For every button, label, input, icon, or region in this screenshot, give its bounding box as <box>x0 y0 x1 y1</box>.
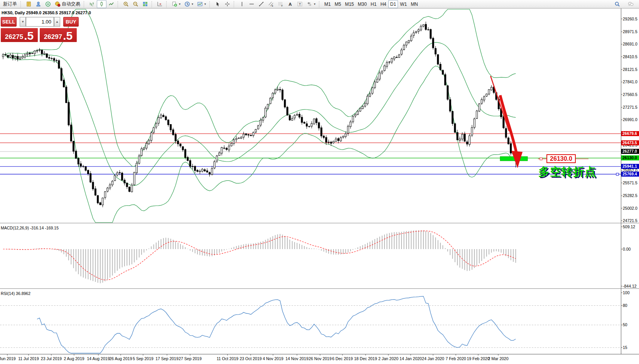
text-button-icon: A <box>287 1 293 7</box>
toolbar-separator <box>209 1 211 7</box>
auto-scroll-button-icon <box>157 1 163 7</box>
zoom-in-button[interactable] <box>121 0 131 8</box>
tf-mn-button[interactable]: MN <box>409 0 420 8</box>
zoom-in-button-icon <box>123 1 129 7</box>
tf-m1-button-label: M1 <box>324 2 331 7</box>
search-icon <box>614 1 620 7</box>
tf-d1-button-label: D1 <box>390 2 396 7</box>
label-button[interactable]: T <box>295 0 305 8</box>
tf-m30-button-label: M30 <box>358 2 367 7</box>
chevron-down-icon[interactable]: ▾ <box>179 2 180 6</box>
new-order-button[interactable]: 新订单 <box>1 0 19 8</box>
trendline-button[interactable] <box>256 0 266 8</box>
chart-canvas[interactable] <box>0 0 639 364</box>
channel-button[interactable]: E <box>266 0 276 8</box>
tf-h4-button[interactable]: H4 <box>378 0 388 8</box>
chart-title: HK50, Daily 25949.0 26350.5 25917.0 2627… <box>2 10 91 15</box>
signals-icon <box>45 1 51 7</box>
one-click-trading-panel: SELL ▼ 1.00 ▲ BUY 26275 .5 26297 .5 <box>1 17 79 42</box>
tf-m30-button[interactable]: M30 <box>356 0 369 8</box>
data-window-icon <box>35 1 41 7</box>
toolbar-left: 新订单自动交易▾▾▾EFAT▾M1M5M15M30H1H4D1W1MN <box>1 0 420 8</box>
tf-m15-button[interactable]: M15 <box>343 0 356 8</box>
toolbar-separator <box>118 1 120 7</box>
macd-indicator-label: MACD(12,26,9) -316.14 -169.15 <box>1 226 59 230</box>
toolbar-separator <box>20 1 22 7</box>
toolbar-separator <box>152 1 153 7</box>
shapes-button[interactable]: ▾ <box>305 0 317 8</box>
fibonacci-button[interactable]: F <box>276 0 285 8</box>
crosshair-button[interactable] <box>223 0 232 8</box>
zoom-out-button-icon <box>133 1 138 7</box>
line-chart-button[interactable] <box>106 0 116 8</box>
volume-input[interactable]: 1.00 <box>26 17 54 27</box>
market-watch-icon <box>26 1 32 7</box>
cursor-button[interactable] <box>213 0 223 8</box>
tile-windows-button[interactable] <box>140 0 150 8</box>
line-handle <box>540 158 542 160</box>
tf-mn-button-label: MN <box>411 2 418 7</box>
chevron-down-icon[interactable]: ▾ <box>314 2 315 6</box>
market-watch-icon[interactable] <box>24 0 34 8</box>
svg-text:E: E <box>271 4 273 7</box>
chevron-down-icon[interactable]: ▾ <box>192 2 193 6</box>
toolbar: 新订单自动交易▾▾▾EFAT▾M1M5M15M30H1H4D1W1MN <box>0 0 639 8</box>
line-chart-button-icon <box>108 1 114 7</box>
sell-price-frac: .5 <box>24 30 34 42</box>
svg-text:F: F <box>281 4 283 7</box>
bar-chart-button-icon <box>89 1 95 7</box>
chevron-down-icon[interactable]: ▾ <box>204 2 206 6</box>
tf-h1-button[interactable]: H1 <box>369 0 378 8</box>
buy-price-box[interactable]: 26297 .5 <box>40 28 77 42</box>
tf-m5-button[interactable]: M5 <box>333 0 343 8</box>
new-order-button-label: 新订单 <box>3 1 17 7</box>
horizontal-line-button[interactable] <box>247 0 256 8</box>
horizontal-line-button-icon <box>249 1 255 7</box>
svg-text:T: T <box>299 2 301 6</box>
new-chart-button[interactable]: ▾ <box>170 0 182 8</box>
turning-point-annotation[interactable]: 多空转折点 <box>538 164 596 180</box>
toolbar-separator <box>234 1 236 7</box>
volume-increase-button[interactable]: ▲ <box>54 17 60 27</box>
search-icon[interactable] <box>612 0 622 8</box>
sell-price-main: 26275 <box>5 32 23 42</box>
sell-button[interactable]: SELL <box>1 17 17 27</box>
text-button[interactable]: A <box>285 0 295 8</box>
auto-scroll-button[interactable] <box>155 0 165 8</box>
tf-m1-button[interactable]: M1 <box>322 0 333 8</box>
chat-icon[interactable] <box>626 0 636 8</box>
volume-decrease-button[interactable]: ▼ <box>20 17 26 27</box>
line-handle <box>616 173 619 175</box>
vertical-line-button[interactable] <box>237 0 247 8</box>
autotrading-button[interactable]: 自动交易 <box>53 0 82 8</box>
data-window-icon[interactable] <box>34 0 43 8</box>
rsi-indicator-label: RSI(14) 36.8962 <box>1 291 30 296</box>
cursor-button-icon <box>215 1 221 7</box>
channel-button-icon: E <box>268 1 274 7</box>
trend-line-annotation[interactable] <box>491 76 509 131</box>
toolbar-separator <box>319 1 321 7</box>
tf-h1-button-label: H1 <box>371 2 376 7</box>
trendline-button-icon <box>258 1 264 7</box>
support-price-label[interactable]: 26130.0 <box>546 154 576 163</box>
zoom-out-button[interactable] <box>131 0 140 8</box>
label-button-icon: T <box>297 1 303 7</box>
timeframes-button[interactable]: ▾ <box>182 0 195 8</box>
candlestick-button-icon <box>99 1 105 7</box>
tf-d1-button[interactable]: D1 <box>388 0 398 8</box>
buy-price-main: 26297 <box>44 32 62 42</box>
signals-icon[interactable] <box>43 0 53 8</box>
chat-icon <box>628 1 634 7</box>
shapes-button-icon <box>307 1 312 7</box>
timeframes-button-icon <box>184 1 190 7</box>
tf-w1-button[interactable]: W1 <box>398 0 409 8</box>
templates-button[interactable]: ▾ <box>195 0 208 8</box>
buy-price-frac: .5 <box>63 30 72 42</box>
bar-chart-button[interactable] <box>87 0 97 8</box>
toolbar-separator <box>84 1 86 7</box>
sell-price-box[interactable]: 26275 .5 <box>1 28 38 42</box>
tf-h4-button-label: H4 <box>380 2 386 7</box>
candlestick-series <box>2 22 516 207</box>
buy-button[interactable]: BUY <box>63 17 79 27</box>
candlestick-button[interactable] <box>97 0 106 8</box>
